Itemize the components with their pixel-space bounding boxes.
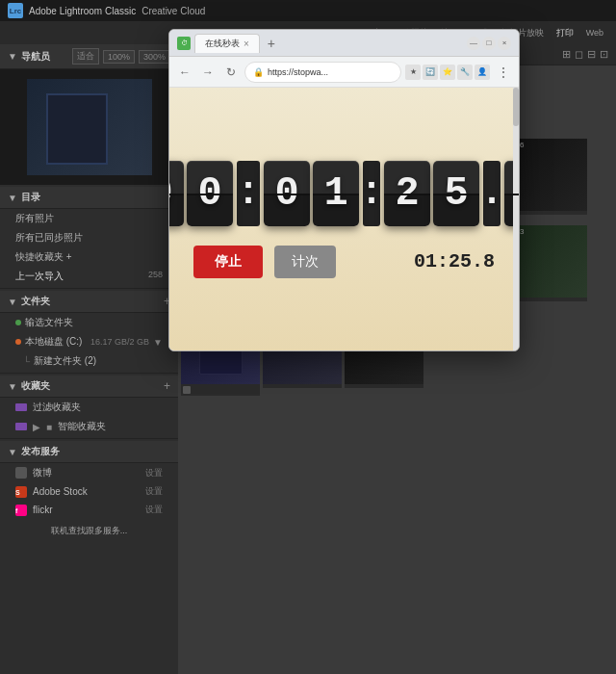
divider-1 (0, 288, 178, 289)
collections-arrow: ▼ (8, 381, 17, 392)
browser-back-btn[interactable]: ← (175, 63, 194, 82)
publish-header[interactable]: ▼ 发布服务 (0, 441, 178, 463)
navigator-zoom1-btn[interactable]: 100% (103, 50, 135, 64)
flip-digit-h2: 0 (187, 161, 233, 226)
folders-header[interactable]: ▼ 文件夹 + (0, 291, 178, 313)
publish-flickr-settings[interactable]: 设置 (145, 504, 163, 516)
browser-ext-3[interactable]: 🔧 (457, 65, 473, 80)
collection-smart-icon (15, 403, 27, 411)
flip-digit-s2: 5 (433, 161, 479, 226)
publish-add-services[interactable]: 联机查找跟多服务... (0, 519, 178, 543)
publish-flickr-left: f flickr (15, 505, 53, 516)
navigator-header[interactable]: ▼ 导航员 适合 100% 300% (0, 44, 178, 69)
flip-digit-m2: 1 (313, 161, 359, 226)
folder-item-filter[interactable]: 输选文件夹 (0, 313, 178, 332)
catalog-arrow: ▼ (8, 193, 17, 203)
browser-favicon-icon: ⏱ (177, 37, 191, 50)
catalog-quick-coll[interactable]: 快捷收藏夹 + (0, 247, 178, 267)
folder-item-new[interactable]: └ 新建文件夹 (2) (0, 351, 178, 371)
browser-ext-2[interactable]: ⭐ (440, 65, 455, 80)
flip-digit-h1: 0 (168, 161, 184, 226)
collection-smart-filter[interactable]: 过滤收藏夹 (0, 398, 178, 417)
browser-minimize-btn[interactable]: — (467, 37, 480, 50)
folder-c-size: 16.17 GB/2 GB (90, 337, 149, 347)
collection-expand-icon: ■ (46, 422, 52, 432)
browser-scrollbar-thumb[interactable] (513, 88, 519, 126)
publish-section: ▼ 发布服务 微博 设置 S Adobe Stock 设置 f (0, 441, 178, 543)
browser-tab-close-btn[interactable]: × (244, 39, 249, 49)
flip-seconds-group: 2 5 (384, 161, 479, 226)
publish-weibo-label: 微博 (33, 466, 52, 480)
browser-ext-star[interactable]: ★ (405, 65, 421, 80)
module-print[interactable]: 打印 (552, 25, 578, 41)
catalog-header[interactable]: ▼ 目录 (0, 187, 178, 209)
publish-weibo[interactable]: 微博 设置 (0, 463, 178, 482)
folders-section: ▼ 文件夹 + 输选文件夹 本地磁盘 (C:) 16.17 GB/2 GB ▼ … (0, 291, 178, 371)
folder-new-label: 新建文件夹 (2) (34, 354, 96, 368)
collections-section: ▼ 收藏夹 + 过滤收藏夹 ▶ ■ 智能收藏夹 (0, 376, 178, 436)
flip-digit-m1: 0 (264, 161, 310, 226)
browser-refresh-btn[interactable]: ↻ (221, 63, 241, 82)
survey-view-btn[interactable]: ⊡ (600, 48, 608, 61)
stopwatch-time-text: 01:25.8 (414, 250, 495, 272)
photo-cell-243[interactable]: 243 (508, 225, 587, 309)
catalog-synced-photos[interactable]: 所有已同步照片 (0, 228, 178, 247)
navigator-fit-btn[interactable]: 适合 (72, 48, 99, 65)
stopwatch-lap-btn[interactable]: 计次 (274, 246, 336, 278)
browser-maximize-btn[interactable]: □ (482, 37, 496, 50)
flip-digit-h2-val: 0 (197, 173, 221, 214)
lr-app-name: Adobe Lightroom Classic (29, 6, 136, 16)
folder-dot-orange (15, 339, 21, 345)
folder-dot-green (15, 320, 21, 325)
publish-add-label: 联机查找跟多服务... (51, 526, 128, 535)
stopwatch-stop-btn[interactable]: 停止 (193, 246, 263, 278)
flip-dot-sep: : (363, 161, 380, 226)
browser-wm-buttons: — □ × (467, 37, 511, 50)
module-web[interactable]: Web (581, 26, 608, 39)
catalog-all-photos[interactable]: 所有照片 (0, 209, 178, 228)
browser-url-bar[interactable]: 🔒 https://stopwa... (244, 62, 401, 83)
browser-scrollbar[interactable] (513, 88, 519, 351)
collections-add-btn[interactable]: + (164, 379, 170, 393)
browser-extension-icons: ★ 🔄 ⭐ 🔧 👤 (405, 65, 490, 80)
folder-filter-label: 输选文件夹 (25, 316, 73, 329)
browser-close-icon: × (502, 39, 507, 47)
collection-filter-label: 过滤收藏夹 (33, 401, 81, 414)
publish-stock[interactable]: S Adobe Stock 设置 (0, 482, 178, 501)
folders-title: 文件夹 (21, 295, 164, 308)
photo-meta-257 (263, 384, 342, 388)
grid-view-btn[interactable]: ⊞ (562, 48, 571, 61)
publish-flickr[interactable]: f flickr 设置 (0, 501, 178, 519)
folder-c-expand[interactable]: ▼ (153, 337, 163, 348)
browser-new-tab-btn[interactable]: + (268, 36, 275, 51)
navigator-zoom2-btn[interactable]: 300% (139, 50, 170, 64)
publish-stock-settings[interactable]: 设置 (145, 485, 163, 498)
collection-smart[interactable]: ▶ ■ 智能收藏夹 (0, 417, 178, 436)
folder-c-label: 本地磁盘 (C:) (25, 335, 82, 349)
browser-titlebar: ⏱ 在线秒表 × + — □ × (169, 30, 519, 57)
publish-arrow: ▼ (8, 447, 17, 457)
navigator-preview (0, 69, 178, 185)
flip-minutes-group: 0 1 (264, 161, 359, 226)
browser-tab[interactable]: 在线秒表 × (194, 34, 260, 53)
browser-close-btn[interactable]: × (498, 37, 511, 50)
flip-digit-m1-val: 0 (274, 173, 298, 214)
browser-ext-1[interactable]: 🔄 (423, 65, 438, 80)
browser-window: ⏱ 在线秒表 × + — □ × ← → ↻ 🔒 https://stopwa.… (168, 29, 520, 351)
publish-weibo-settings[interactable]: 设置 (145, 467, 163, 480)
loupe-view-btn[interactable]: ◻ (575, 48, 583, 61)
compare-view-btn[interactable]: ⊟ (587, 48, 596, 61)
catalog-last-import[interactable]: 上一次导入 258 (0, 267, 178, 286)
publish-weibo-icon (15, 467, 27, 479)
collections-header[interactable]: ▼ 收藏夹 + (0, 376, 178, 398)
photo-cell-226[interactable]: 226 (508, 139, 587, 222)
flip-clock-display: 0 0 : 0 1 : 2 (168, 161, 520, 226)
photo-meta-258 (345, 384, 424, 388)
photo-thumb-243: 243 (508, 225, 587, 298)
browser-forward-btn[interactable]: → (198, 63, 218, 82)
browser-profile-avatar[interactable]: 👤 (475, 65, 490, 80)
folder-item-c-drive[interactable]: 本地磁盘 (C:) 16.17 GB/2 GB ▼ (0, 332, 178, 351)
flip-colon-1: : (237, 161, 260, 226)
browser-addressbar: ← → ↻ 🔒 https://stopwa... ★ 🔄 ⭐ 🔧 👤 ⋮ (169, 57, 519, 88)
browser-menu-btn[interactable]: ⋮ (494, 65, 513, 80)
